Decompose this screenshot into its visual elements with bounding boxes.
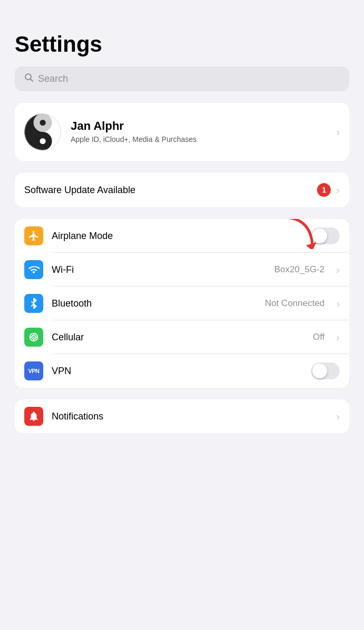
apple-id-info: Jan Alphr Apple ID, iCloud+, Media & Pur… xyxy=(71,119,327,144)
software-update-row[interactable]: Software Update Available 1 › xyxy=(15,173,349,207)
airplane-mode-toggle-knob xyxy=(312,228,327,243)
vpn-icon: VPN xyxy=(24,361,43,380)
cellular-label: Cellular xyxy=(52,332,304,343)
wifi-row[interactable]: Wi-Fi Box20_5G-2 › xyxy=(15,253,349,287)
settings-page: Settings Search Jan Alphr Apple ID xyxy=(0,0,364,454)
apple-id-card[interactable]: Jan Alphr Apple ID, iCloud+, Media & Pur… xyxy=(15,103,349,161)
search-icon xyxy=(24,73,34,85)
airplane-mode-row[interactable]: Airplane Mode xyxy=(15,219,349,253)
vpn-row[interactable]: VPN VPN xyxy=(15,354,349,388)
connectivity-settings-group: Airplane Mode Wi-Fi Box20_5G-2 › xyxy=(15,219,349,388)
apple-id-chevron: › xyxy=(336,126,340,138)
svg-point-4 xyxy=(40,138,45,144)
bluetooth-chevron: › xyxy=(336,298,340,310)
airplane-mode-toggle[interactable] xyxy=(311,227,340,244)
profile-avatar xyxy=(24,113,61,150)
notifications-group: Notifications › xyxy=(15,399,349,433)
cellular-chevron: › xyxy=(336,331,340,343)
cellular-row[interactable]: Cellular Off › xyxy=(15,320,349,354)
page-title: Settings xyxy=(15,32,349,57)
update-chevron: › xyxy=(336,184,340,196)
wifi-icon xyxy=(24,260,43,279)
search-bar[interactable]: Search xyxy=(15,66,349,91)
apple-id-name: Jan Alphr xyxy=(71,119,327,133)
cellular-value: Off xyxy=(313,332,324,342)
svg-point-3 xyxy=(40,120,45,126)
apple-id-subtitle: Apple ID, iCloud+, Media & Purchases xyxy=(71,135,327,144)
wifi-chevron: › xyxy=(336,264,340,276)
svg-point-12 xyxy=(33,337,35,338)
notifications-row[interactable]: Notifications › xyxy=(15,399,349,433)
bluetooth-label: Bluetooth xyxy=(52,298,256,309)
wifi-value: Box20_5G-2 xyxy=(274,264,324,275)
bluetooth-row[interactable]: Bluetooth Not Connected › xyxy=(15,287,349,320)
notifications-label: Notifications xyxy=(52,411,328,422)
bluetooth-value: Not Connected xyxy=(265,298,324,309)
search-placeholder: Search xyxy=(38,73,68,84)
notifications-chevron: › xyxy=(336,411,340,423)
update-badge: 1 xyxy=(317,183,331,197)
wifi-label: Wi-Fi xyxy=(52,264,266,275)
bluetooth-icon xyxy=(24,294,43,313)
vpn-toggle-knob xyxy=(312,364,327,378)
software-update-label: Software Update Available xyxy=(24,185,317,196)
vpn-toggle[interactable] xyxy=(311,362,340,379)
notifications-icon xyxy=(24,407,43,426)
airplane-mode-icon xyxy=(24,226,43,245)
airplane-mode-label: Airplane Mode xyxy=(52,231,303,242)
svg-line-1 xyxy=(31,79,33,82)
vpn-label: VPN xyxy=(52,366,303,377)
cellular-icon xyxy=(24,328,43,347)
